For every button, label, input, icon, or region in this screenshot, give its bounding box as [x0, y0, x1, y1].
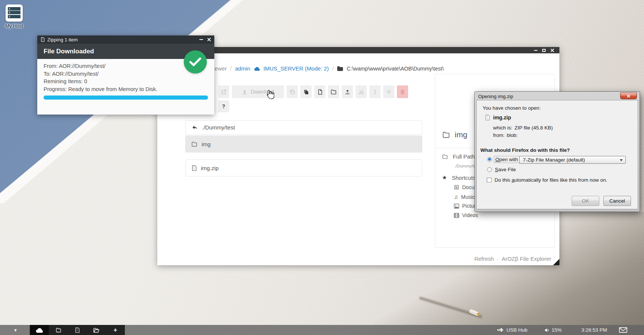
taskbar-open-folder-app[interactable] [87, 325, 106, 335]
panel-selected-item: img [442, 130, 467, 139]
breadcrumb-separator: / [230, 65, 232, 72]
shortcut-music[interactable]: ♫ Music [454, 194, 475, 200]
label-rest: pen with [499, 157, 518, 162]
usb-hub-indicator[interactable]: USB Hub [497, 325, 527, 335]
app-name: ArOZβ File Explorer [502, 256, 551, 262]
star-icon: ★ [442, 174, 447, 181]
refresh-link[interactable]: Refresh [474, 256, 494, 262]
taskbar: ▼ + USB Hub 15% 3:28:53 PM [0, 325, 644, 335]
minimize-icon[interactable] [534, 50, 537, 51]
accel: O [495, 157, 499, 162]
taskbar-zip-app[interactable] [68, 325, 87, 335]
nail-head [477, 313, 480, 316]
download-button[interactable]: Download [232, 85, 284, 98]
resize-handle[interactable] [553, 259, 559, 265]
zip-to-line: To: AOR://Dummy/test/ [44, 70, 208, 78]
parent-directory-row[interactable]: ./Dummy/test [185, 120, 422, 135]
file-row-img-zip[interactable]: img.zip [185, 159, 422, 176]
breadcrumb-server-link[interactable]: IMUS_SERVER (Mode: 2) [263, 65, 329, 72]
open-with-label: Open with [494, 156, 519, 163]
dialog-intro: You have chosen to open: [483, 105, 541, 111]
zip-file-icon [41, 37, 45, 42]
save-file-label: Save File [495, 167, 516, 172]
dialog-body: You have chosen to open: img.zip which i… [476, 100, 638, 209]
music-icon: ♫ [454, 194, 458, 200]
close-icon[interactable] [550, 48, 554, 52]
upload-button[interactable] [342, 85, 353, 98]
desktop-icon-my-host[interactable]: My Host [4, 4, 25, 29]
shortcut-label: Videos [462, 212, 478, 218]
footer-dot: · [497, 256, 499, 262]
messages-indicator[interactable] [619, 325, 627, 335]
server-bar [8, 15, 20, 18]
close-icon[interactable] [620, 93, 637, 99]
label-rest: ave File [498, 167, 516, 172]
picture-icon [454, 204, 459, 209]
checkbox-do-automatically[interactable] [487, 178, 492, 182]
new-folder-button[interactable] [328, 85, 339, 98]
label-rest: utomatically for files like this from no… [514, 177, 607, 183]
speaker-icon [544, 328, 549, 332]
rename-button[interactable] [369, 85, 381, 98]
dialog-file-name: img.zip [493, 115, 511, 120]
file-name: img [202, 141, 211, 147]
open-with-dropdown[interactable]: 7-Zip File Manager (default) [519, 156, 626, 164]
taskbar-folder-app[interactable] [49, 325, 68, 335]
volume-indicator[interactable]: 15% [544, 325, 562, 335]
dialog-question: What should Firefox do with this file? [480, 147, 570, 153]
shortcut-videos[interactable]: Videos [454, 212, 478, 218]
dialog-from-row: from: blob: [493, 132, 518, 138]
server-bar [8, 7, 20, 10]
help-button[interactable]: ? [218, 100, 229, 112]
file-name: img.zip [201, 165, 219, 171]
shortcuts-row: ★ Shortcuts [442, 174, 476, 181]
dialog-which-row: which is: ZIP file (45.8 KB) [493, 125, 553, 131]
usb-icon [497, 328, 504, 332]
open-external-button[interactable] [218, 85, 229, 98]
zipping-window: Zipping 1 item File Downloaded From: AOR… [37, 35, 214, 115]
radio-save-file[interactable] [487, 167, 492, 172]
new-file-button[interactable] [314, 85, 325, 98]
full-path-row: Full Path [442, 153, 475, 160]
accel: S [495, 167, 498, 172]
folder-icon [191, 141, 198, 147]
open-with-option[interactable]: Open with [487, 156, 519, 163]
file-row-img[interactable]: img [185, 135, 422, 153]
breadcrumb-user-link[interactable]: admin [235, 65, 250, 72]
save-file-option[interactable]: Save File [487, 167, 516, 172]
cloud-icon [254, 66, 260, 71]
firefox-open-dialog: Opening img.zip You have chosen to open:… [474, 91, 640, 212]
radio-open-with[interactable] [487, 157, 492, 162]
swap-button[interactable] [383, 85, 394, 98]
usb-hub-label: USB Hub [506, 327, 527, 333]
progress-bar [44, 96, 208, 100]
cancel-button[interactable]: Cancel [603, 196, 631, 206]
zipping-window-title: Zipping 1 item [47, 37, 197, 43]
explorer-titlebar[interactable] [157, 47, 559, 53]
ok-button[interactable]: OK [572, 196, 599, 206]
cut-button[interactable] [356, 85, 367, 98]
dialog-title: Opening img.zip [476, 93, 638, 100]
taskbar-chevron-icon[interactable]: ▼ [13, 325, 18, 335]
zipping-titlebar[interactable]: Zipping 1 item [37, 35, 214, 44]
maximize-icon[interactable] [542, 49, 546, 52]
close-icon[interactable] [207, 38, 211, 41]
copy-button[interactable] [287, 85, 298, 98]
explorer-footer: Refresh · ArOZβ File Explorer [474, 256, 551, 262]
do-automatically-option[interactable]: Do this automatically for files like thi… [487, 177, 607, 183]
time-label: 3:28:53 PM [581, 327, 607, 333]
full-path-label: Full Path [453, 153, 475, 160]
minimize-icon[interactable] [199, 39, 203, 40]
breadcrumb-path: C:\wamp\www\private\AOB\Dummy\test\ [347, 66, 443, 72]
folder-icon [56, 328, 61, 333]
folder-icon [337, 66, 343, 71]
taskbar-cloud-app[interactable] [30, 325, 49, 335]
parent-directory-label: ./Dummy/test [202, 124, 235, 131]
from-value: blob: [507, 132, 518, 138]
paste-button[interactable] [300, 85, 312, 98]
taskbar-add-button[interactable]: + [106, 325, 125, 335]
back-arrow-icon [192, 125, 198, 130]
delete-button[interactable] [397, 85, 408, 98]
clock[interactable]: 3:28:53 PM [581, 325, 607, 335]
taskbar-app-strip: + [30, 325, 125, 335]
